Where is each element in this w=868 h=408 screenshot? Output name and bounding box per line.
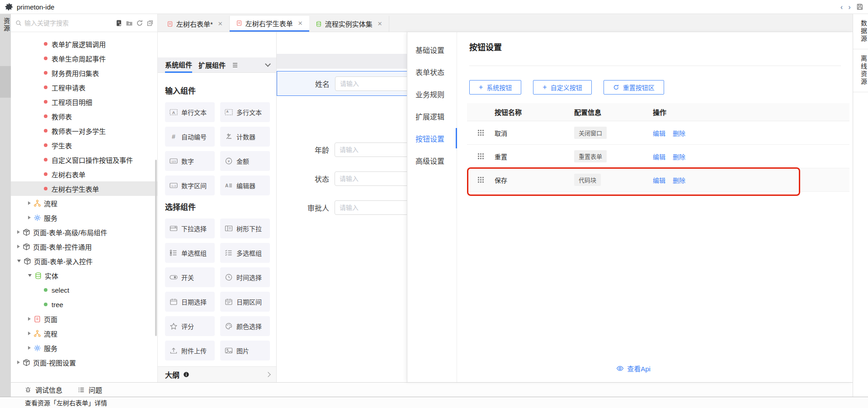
refresh-tree-icon[interactable]	[136, 19, 143, 27]
edit-link[interactable]: 编辑	[653, 176, 665, 185]
tree-item-16[interactable]: 实体	[11, 268, 157, 283]
editor-tab-2[interactable]: 流程实例实体集 ✕	[309, 16, 389, 32]
new-folder-icon[interactable]	[126, 19, 133, 27]
tree-item-15[interactable]: 页面-表单-录入控件	[11, 254, 157, 268]
settings-nav-item-3[interactable]: 扩展逻辑	[407, 105, 457, 127]
chevron-right-icon[interactable]	[28, 317, 31, 321]
edit-link[interactable]: 编辑	[653, 128, 665, 138]
edit-link[interactable]: 编辑	[653, 152, 665, 161]
tree-item-18[interactable]: tree	[11, 297, 157, 312]
chevron-right-icon[interactable]	[28, 216, 31, 219]
drag-handle-icon[interactable]	[478, 153, 484, 159]
tree-item-12[interactable]: 服务	[11, 210, 157, 225]
component-tile[interactable]: 图片	[220, 341, 270, 361]
editor-tab-0[interactable]: 左树右表单* ✕	[160, 16, 230, 32]
palette-tab-1[interactable]: 扩展组件	[198, 57, 226, 73]
tree-item-0[interactable]: 表单扩展逻辑调用	[11, 37, 157, 51]
chevron-right-icon[interactable]	[28, 201, 31, 205]
component-tile[interactable]: 日期区间	[220, 292, 270, 312]
chevron-right-icon[interactable]	[28, 346, 31, 350]
tree-item-5[interactable]: 教师表	[11, 109, 157, 123]
editor-tab-1[interactable]: 左树右学生表单 ✕	[230, 16, 309, 32]
component-tile[interactable]: ¥ 金额	[220, 151, 270, 171]
chevron-right-icon[interactable]	[17, 230, 20, 234]
toolbar-button-1[interactable]: +自定义按钮	[533, 80, 591, 95]
close-icon[interactable]: ✕	[218, 20, 223, 27]
tree-item-22[interactable]: 页面-视图设置	[11, 355, 157, 370]
component-tile[interactable]: # 自动编号	[165, 127, 215, 147]
palette-tab-0[interactable]: 系统组件	[165, 57, 192, 73]
component-tile[interactable]: 时间选择	[220, 267, 270, 287]
delete-link[interactable]: 删除	[673, 176, 685, 185]
tree-item-13[interactable]: 页面-表单-高级/布局组件	[11, 225, 157, 239]
chevron-right-icon[interactable]	[17, 245, 20, 248]
component-tile[interactable]: 评分	[165, 316, 215, 336]
import-resource-icon[interactable]: in	[115, 19, 123, 27]
component-tile[interactable]: 树形下拉	[220, 218, 270, 238]
tree-item-21[interactable]: 服务	[11, 341, 157, 355]
canvas-field-2[interactable]: 状态	[277, 167, 412, 190]
settings-nav-item-5[interactable]: 高级设置	[407, 149, 457, 171]
component-tile[interactable]: A 编辑器	[220, 176, 270, 195]
outline-expand-icon[interactable]	[265, 372, 270, 377]
tree-item-20[interactable]: 流程	[11, 326, 157, 341]
chevron-right-icon[interactable]	[28, 332, 31, 335]
tree-scrollbar[interactable]	[155, 160, 157, 336]
tree-item-10[interactable]: 左树右学生表单	[11, 181, 157, 196]
delete-link[interactable]: 删除	[673, 128, 685, 138]
history-forward-icon[interactable]: ›	[848, 3, 851, 11]
palette-collapse-icon[interactable]	[265, 61, 271, 67]
view-api-link[interactable]: 查看Api	[616, 364, 651, 373]
tree-item-1[interactable]: 表单生命周起事件	[11, 51, 157, 66]
tree-item-3[interactable]: 工程申请表	[11, 80, 157, 95]
settings-nav-item-2[interactable]: 业务规则	[407, 83, 457, 105]
component-tile[interactable]: 单选框组	[165, 243, 215, 263]
component-tile[interactable]: 日期选择	[165, 292, 215, 312]
canvas-field-1[interactable]: 年龄	[277, 138, 412, 161]
outline-bar[interactable]: 大纲	[158, 366, 276, 382]
component-tile[interactable]: A 单行文本	[165, 102, 215, 122]
canvas-field-0[interactable]: 姓名	[277, 71, 412, 96]
close-icon[interactable]: ✕	[298, 20, 303, 27]
canvas-field-3[interactable]: 审批人	[277, 196, 412, 219]
component-tile[interactable]: 多选框组	[220, 243, 270, 263]
tree-item-7[interactable]: 学生表	[11, 138, 157, 152]
settings-nav-item-0[interactable]: 基础设置	[407, 38, 457, 61]
rail-grip[interactable]	[0, 66, 11, 98]
tree-item-11[interactable]: 流程	[11, 196, 157, 210]
save-icon[interactable]	[856, 3, 863, 10]
tree-item-4[interactable]: 工程项目明细	[11, 95, 157, 109]
palette-menu-icon[interactable]	[233, 63, 237, 67]
debug-bar-item-1[interactable]: 问题	[78, 385, 102, 394]
component-tile[interactable]: 1~3 数字区间	[165, 176, 215, 195]
settings-nav-item-4[interactable]: 按钮设置	[407, 127, 457, 149]
component-tile[interactable]: 123 数字	[165, 151, 215, 171]
toolbar-button-2[interactable]: 重置按钮区	[604, 80, 664, 95]
component-tile[interactable]: 附件上传	[165, 341, 215, 361]
chevron-down-icon[interactable]	[28, 274, 32, 277]
component-tile[interactable]: 颜色选择	[220, 316, 270, 336]
debug-bar-item-0[interactable]: 调试信息	[24, 385, 62, 394]
component-tile[interactable]: 下拉选择	[165, 218, 215, 238]
drag-handle-icon[interactable]	[478, 177, 484, 183]
component-tile[interactable]: A 多行文本	[220, 102, 270, 122]
tree-item-19[interactable]: 页面	[11, 312, 157, 326]
delete-link[interactable]: 删除	[673, 152, 685, 161]
search-input[interactable]	[24, 19, 115, 27]
tree-item-17[interactable]: select	[11, 283, 157, 297]
tree-item-14[interactable]: 页面-表单-控件通用	[11, 239, 157, 254]
component-tile[interactable]: 开关	[165, 267, 215, 287]
rail-tab-resources[interactable]: 资源	[0, 14, 11, 32]
settings-nav-item-1[interactable]: 表单状态	[407, 61, 457, 83]
tree-item-2[interactable]: 财务费用归集表	[11, 66, 157, 80]
history-back-icon[interactable]: ‹	[840, 3, 843, 11]
tree-item-6[interactable]: 教师表一对多学生	[11, 123, 157, 138]
toolbar-button-0[interactable]: +系统按钮	[469, 80, 521, 95]
close-icon[interactable]: ✕	[377, 20, 382, 27]
chevron-down-icon[interactable]	[17, 260, 21, 262]
drag-handle-icon[interactable]	[478, 130, 484, 136]
chevron-right-icon[interactable]	[17, 361, 20, 364]
tree-item-9[interactable]: 左树右表单	[11, 167, 157, 181]
collapse-all-icon[interactable]	[146, 19, 154, 27]
component-tile[interactable]: 计数器	[220, 127, 270, 147]
